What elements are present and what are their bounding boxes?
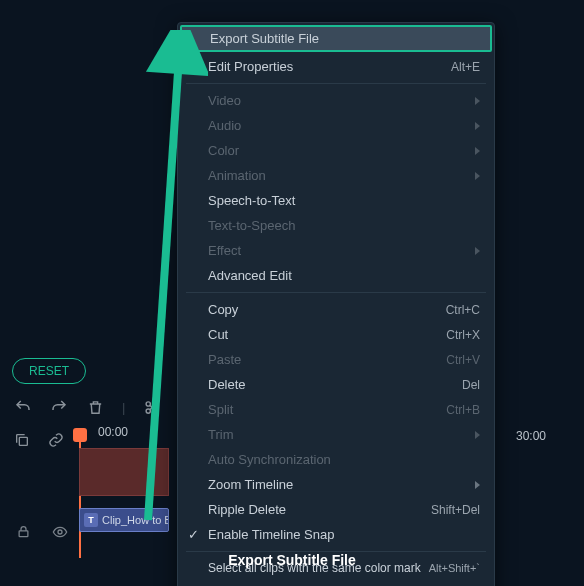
shortcut-label: Shift+Del bbox=[431, 503, 480, 517]
menu-separator bbox=[186, 83, 486, 84]
menu-animation: Animation bbox=[178, 163, 494, 188]
lock-icon[interactable] bbox=[16, 524, 32, 540]
shortcut-label: Ctrl+C bbox=[446, 303, 480, 317]
svg-point-0 bbox=[146, 401, 150, 405]
chevron-right-icon bbox=[475, 481, 480, 489]
text-clip-icon: T bbox=[84, 513, 98, 527]
clip-label: Clip_How to B bbox=[102, 514, 169, 526]
timeline-toolbar: | bbox=[14, 398, 197, 416]
menu-enable-snap[interactable]: ✓ Enable Timeline Snap bbox=[178, 522, 494, 547]
chevron-right-icon bbox=[475, 147, 480, 155]
shortcut-label: Ctrl+V bbox=[446, 353, 480, 367]
menu-delete[interactable]: DeleteDel bbox=[178, 372, 494, 397]
copy-icon[interactable] bbox=[14, 432, 30, 451]
menu-paste: PasteCtrl+V bbox=[178, 347, 494, 372]
checkmark-icon: ✓ bbox=[188, 527, 199, 542]
menu-speech-to-text[interactable]: Speech-to-Text bbox=[178, 188, 494, 213]
trash-icon[interactable] bbox=[86, 398, 104, 416]
context-menu: Export Subtitle File Edit Properties Alt… bbox=[177, 22, 495, 586]
timeline-track-video[interactable] bbox=[79, 448, 169, 496]
chevron-right-icon bbox=[475, 247, 480, 255]
eye-icon[interactable] bbox=[52, 524, 68, 540]
menu-effect: Effect bbox=[178, 238, 494, 263]
ruler-time-start: 00:00 bbox=[98, 425, 178, 439]
menu-auto-sync: Auto Synchronization bbox=[178, 447, 494, 472]
menu-text-to-speech: Text-to-Speech bbox=[178, 213, 494, 238]
chevron-right-icon bbox=[475, 431, 480, 439]
timeline-toolbar-2 bbox=[14, 432, 64, 451]
svg-point-1 bbox=[146, 408, 150, 412]
scissors-icon[interactable] bbox=[143, 398, 161, 416]
chevron-right-icon bbox=[475, 122, 480, 130]
color-swatch-row bbox=[178, 580, 494, 586]
svg-rect-4 bbox=[19, 531, 28, 537]
track-controls bbox=[16, 524, 68, 540]
shortcut-label: Ctrl+B bbox=[446, 403, 480, 417]
chevron-right-icon bbox=[475, 97, 480, 105]
reset-button[interactable]: RESET bbox=[12, 358, 86, 384]
menu-color: Color bbox=[178, 138, 494, 163]
menu-cut[interactable]: CutCtrl+X bbox=[178, 322, 494, 347]
menu-advanced-edit[interactable]: Advanced Edit bbox=[178, 263, 494, 288]
menu-video: Video bbox=[178, 88, 494, 113]
chevron-right-icon bbox=[475, 172, 480, 180]
shortcut-label: Del bbox=[462, 378, 480, 392]
menu-separator bbox=[186, 292, 486, 293]
menu-audio: Audio bbox=[178, 113, 494, 138]
menu-edit-properties[interactable]: Edit Properties Alt+E bbox=[178, 54, 494, 79]
undo-icon[interactable] bbox=[14, 398, 32, 416]
menu-split: SplitCtrl+B bbox=[178, 397, 494, 422]
menu-export-subtitle[interactable]: Export Subtitle File bbox=[180, 25, 492, 52]
link-icon[interactable] bbox=[48, 432, 64, 451]
redo-icon[interactable] bbox=[50, 398, 68, 416]
caption-label: Export Subtitle File bbox=[0, 552, 584, 568]
menu-trim: Trim bbox=[178, 422, 494, 447]
ruler-time-30: 30:00 bbox=[516, 429, 546, 443]
svg-point-5 bbox=[58, 530, 62, 534]
menu-copy[interactable]: CopyCtrl+C bbox=[178, 297, 494, 322]
menu-zoom-timeline[interactable]: Zoom Timeline bbox=[178, 472, 494, 497]
timeline-clip[interactable]: T Clip_How to B bbox=[79, 508, 169, 532]
menu-ripple-delete[interactable]: Ripple DeleteShift+Del bbox=[178, 497, 494, 522]
svg-rect-3 bbox=[19, 437, 27, 445]
shortcut-label: Ctrl+X bbox=[446, 328, 480, 342]
shortcut-label: Alt+E bbox=[451, 60, 480, 74]
